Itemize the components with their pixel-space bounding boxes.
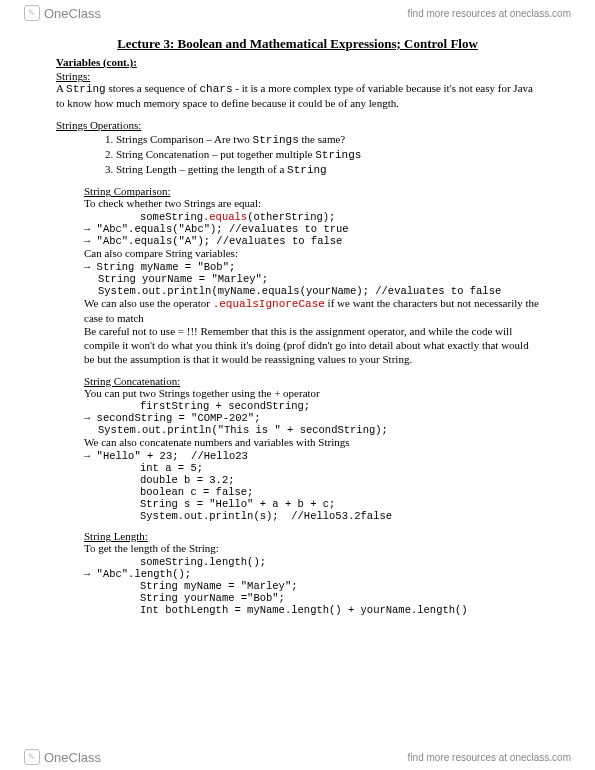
text: Can also compare String variables:	[84, 247, 539, 261]
code-line: secondString = "COMP-202";	[84, 412, 539, 424]
code-inline: Strings	[253, 134, 299, 146]
section-concatenation: String Concatenation: You can put two St…	[84, 375, 539, 523]
code-line: "Abc".equals("A"); //evaluates to false	[84, 235, 539, 247]
code-inline: chars	[199, 83, 232, 95]
heading-ops: Strings Operations:	[56, 119, 539, 131]
brand-logo: ✎ OneClass	[24, 5, 101, 21]
brand-logo-footer: ✎ OneClass	[24, 749, 101, 765]
code-line: "Abc".length();	[84, 568, 539, 580]
footer-tagline: find more resources at oneclass.com	[408, 752, 571, 763]
text: A	[56, 82, 66, 94]
strings-intro: A String stores a sequence of chars - it…	[56, 82, 539, 111]
code-line: String myName = "Bob";	[84, 261, 539, 273]
list-item: String Concatenation – put together mult…	[116, 147, 539, 162]
code-line: String yourName ="Bob";	[140, 592, 539, 604]
code-line: firstString + secondString;	[140, 400, 539, 412]
section-length: String Length: To get the length of the …	[84, 530, 539, 616]
code-highlight: equals	[209, 211, 247, 223]
code-line: "Abc".equals("Abc"); //evaluates to true	[84, 223, 539, 235]
pencil-icon: ✎	[24, 749, 40, 765]
code-line: someString.length();	[140, 556, 539, 568]
text: someString.	[140, 211, 209, 223]
text: You can put two Strings together using t…	[84, 387, 539, 401]
code-line: Int bothLength = myName.length() + yourN…	[140, 604, 539, 616]
brand-name: OneClass	[44, 750, 101, 765]
code-line: System.out.println("This is " + secondSt…	[98, 424, 539, 436]
code-line: String yourName = "Marley";	[98, 273, 539, 285]
code-line: String myName = "Marley";	[140, 580, 539, 592]
text: String Concatenation – put together mult…	[116, 148, 315, 160]
code-line: double b = 3.2;	[140, 474, 539, 486]
code-line: System.out.println(s); //Hello53.2false	[140, 510, 539, 522]
code-inline: Strings	[315, 149, 361, 161]
page-title: Lecture 3: Boolean and Mathematical Expr…	[56, 36, 539, 52]
code-inline: String	[287, 164, 327, 176]
code-line: int a = 5;	[140, 462, 539, 474]
footer-bar: ✎ OneClass find more resources at onecla…	[0, 744, 595, 770]
text: the same?	[299, 133, 345, 145]
document-page: Lecture 3: Boolean and Mathematical Expr…	[0, 0, 595, 652]
ops-list: Strings Comparison – Are two Strings the…	[116, 132, 539, 178]
pencil-icon: ✎	[24, 5, 40, 21]
code-inline: String	[66, 83, 106, 95]
text: We can also use the operator	[84, 297, 213, 309]
text: Be careful not to use = !!! Remember tha…	[84, 325, 539, 366]
header-bar: ✎ OneClass find more resources at onecla…	[0, 0, 595, 26]
code-line: System.out.println(myName.equals(yourNam…	[98, 285, 539, 297]
text: To check whether two Strings are equal:	[84, 197, 539, 211]
text: (otherString);	[247, 211, 335, 223]
list-item: String Length – getting the length of a …	[116, 162, 539, 177]
text: String Length – getting the length of a	[116, 163, 287, 175]
text: Strings Comparison – Are two	[116, 133, 253, 145]
code-line: String s = "Hello" + a + b + c;	[140, 498, 539, 510]
section-comparison: String Comparison: To check whether two …	[84, 185, 539, 366]
heading-length: String Length:	[84, 530, 539, 542]
code-line: someString.equals(otherString);	[140, 211, 539, 223]
text: stores a sequence of	[106, 82, 200, 94]
header-tagline: find more resources at oneclass.com	[408, 8, 571, 19]
brand-name: OneClass	[44, 6, 101, 21]
text: To get the length of the String:	[84, 542, 539, 556]
heading-strings: Strings:	[56, 70, 539, 82]
list-item: Strings Comparison – Are two Strings the…	[116, 132, 539, 147]
heading-concatenation: String Concatenation:	[84, 375, 539, 387]
code-line: "Hello" + 23; //Hello23	[84, 450, 539, 462]
heading-variables: Variables (cont.):	[56, 56, 539, 68]
code-highlight: .equalsIgnoreCase	[213, 298, 325, 310]
heading-comparison: String Comparison:	[84, 185, 539, 197]
text: We can also use the operator .equalsIgno…	[84, 297, 539, 326]
text: We can also concatenate numbers and vari…	[84, 436, 539, 450]
code-line: boolean c = false;	[140, 486, 539, 498]
